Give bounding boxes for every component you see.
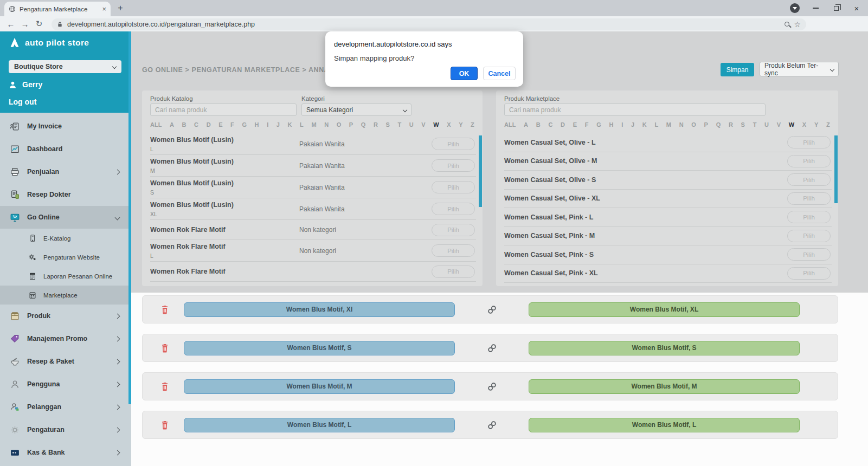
alphabet-filter-c[interactable]: C: [548, 121, 552, 128]
alphabet-filter-h[interactable]: H: [255, 121, 259, 128]
sidebar-item-pengguna[interactable]: Pengguna: [0, 373, 131, 396]
sync-filter-dropdown[interactable]: Produk Belum Ter-sync: [760, 62, 839, 76]
alphabet-filter-f[interactable]: F: [585, 121, 589, 128]
alphabet-filter-p[interactable]: P: [349, 121, 353, 128]
catalog-product-pill[interactable]: Women Blus Motif, L: [184, 418, 455, 432]
alphabet-filter-g[interactable]: G: [242, 121, 247, 128]
zoom-indicator-icon[interactable]: [785, 22, 789, 27]
alphabet-filter-all[interactable]: ALL: [504, 121, 516, 128]
category-select[interactable]: Semua Kategori: [301, 103, 412, 116]
sidebar-subitem-laporan-pesanan-online[interactable]: Laporan Pesanan Online: [0, 267, 131, 286]
alphabet-filter-k[interactable]: K: [288, 121, 292, 128]
alphabet-filter-w[interactable]: W: [789, 121, 794, 128]
bookmark-star-icon[interactable]: ☆: [794, 20, 801, 29]
alphabet-filter-t[interactable]: T: [753, 121, 757, 128]
alphabet-filter-h[interactable]: H: [609, 121, 613, 128]
alphabet-filter-u[interactable]: U: [764, 121, 769, 128]
alphabet-filter-w[interactable]: W: [433, 121, 439, 128]
alphabet-filter-e[interactable]: E: [218, 121, 222, 128]
alphabet-filter-all[interactable]: ALL: [150, 121, 162, 128]
pilih-button[interactable]: Pilih: [432, 266, 475, 278]
sidebar-item-kas-bank[interactable]: Kas & Bank: [0, 441, 131, 464]
pilih-button[interactable]: Pilih: [787, 230, 831, 242]
alphabet-filter-q[interactable]: Q: [361, 121, 366, 128]
sidebar-item-my-invoice[interactable]: My Invoice: [0, 115, 131, 138]
alphabet-filter-o[interactable]: O: [337, 121, 342, 128]
alphabet-filter-v[interactable]: V: [777, 121, 781, 128]
marketplace-list-scrollbar[interactable]: [834, 135, 838, 203]
delete-mapping-icon[interactable]: [160, 420, 169, 430]
pilih-button[interactable]: Pilih: [787, 173, 831, 186]
alphabet-filter-n[interactable]: N: [324, 121, 329, 128]
sidebar-subitem-marketplace[interactable]: Marketplace: [0, 286, 131, 305]
alphabet-filter-j[interactable]: J: [631, 121, 634, 128]
pilih-button[interactable]: Pilih: [787, 267, 831, 280]
catalog-product-pill[interactable]: Women Blus Motif, Xl: [184, 302, 455, 317]
alphabet-filter-v[interactable]: V: [421, 121, 425, 128]
alphabet-filter-x[interactable]: X: [447, 121, 451, 128]
alphabet-filter-m[interactable]: M: [311, 121, 316, 128]
pilih-button[interactable]: Pilih: [432, 244, 475, 257]
alphabet-filter-p[interactable]: P: [704, 121, 708, 128]
browser-profile-button[interactable]: [785, 0, 805, 16]
logout-link[interactable]: Log out: [9, 98, 36, 106]
sidebar-item-pengaturan[interactable]: Pengaturan: [0, 418, 131, 441]
alphabet-filter-j[interactable]: J: [277, 121, 280, 128]
window-minimize-button[interactable]: [806, 0, 825, 16]
alphabet-filter-i[interactable]: I: [621, 121, 623, 128]
alphabet-filter-r[interactable]: R: [729, 121, 733, 128]
pilih-button[interactable]: Pilih: [787, 155, 831, 167]
window-restore-button[interactable]: [826, 0, 846, 16]
alphabet-filter-d[interactable]: D: [561, 121, 565, 128]
alphabet-filter-s[interactable]: S: [741, 121, 745, 128]
sidebar-item-dashboard[interactable]: Dashboard: [0, 138, 131, 160]
pilih-button[interactable]: Pilih: [432, 138, 475, 150]
catalog-product-pill[interactable]: Women Blus Motif, S: [184, 341, 455, 355]
alphabet-filter-t[interactable]: T: [397, 121, 401, 128]
alphabet-filter-i[interactable]: I: [267, 121, 268, 128]
alphabet-filter-o[interactable]: O: [691, 121, 696, 128]
pilih-button[interactable]: Pilih: [787, 248, 831, 261]
delete-mapping-icon[interactable]: [160, 381, 169, 392]
alphabet-filter-n[interactable]: N: [679, 121, 684, 128]
alphabet-filter-d[interactable]: D: [207, 121, 211, 128]
alphabet-filter-y[interactable]: Y: [459, 121, 462, 128]
catalog-list-scrollbar[interactable]: [479, 135, 482, 207]
marketplace-product-pill[interactable]: Women Blus Motif, XL: [529, 302, 800, 317]
dialog-cancel-button[interactable]: Cancel: [483, 67, 516, 80]
alphabet-filter-u[interactable]: U: [409, 121, 414, 128]
save-button[interactable]: Simpan: [721, 63, 754, 76]
back-button[interactable]: ←: [4, 16, 17, 31]
alphabet-filter-z[interactable]: Z: [471, 121, 474, 128]
forward-button[interactable]: →: [18, 16, 31, 31]
catalog-search-input[interactable]: [150, 103, 297, 116]
sidebar-subitem-e-katalog[interactable]: E-Katalog: [0, 229, 131, 248]
sidebar-item-produk[interactable]: Produk: [0, 305, 131, 327]
pilih-button[interactable]: Pilih: [787, 192, 831, 205]
sidebar-item-pelanggan[interactable]: Pelanggan: [0, 396, 131, 418]
alphabet-filter-x[interactable]: X: [802, 121, 806, 128]
marketplace-product-pill[interactable]: Women Blus Motif, S: [529, 341, 800, 355]
alphabet-filter-f[interactable]: F: [230, 121, 234, 128]
window-close-button[interactable]: ×: [847, 0, 866, 16]
alphabet-filter-r[interactable]: R: [374, 121, 378, 128]
sidebar-subitem-pengaturan-website[interactable]: Pengaturan Website: [0, 248, 131, 267]
alphabet-filter-k[interactable]: K: [642, 121, 647, 128]
alphabet-filter-b[interactable]: B: [182, 121, 187, 128]
alphabet-filter-a[interactable]: A: [524, 121, 528, 128]
alphabet-filter-z[interactable]: Z: [826, 121, 830, 128]
marketplace-product-pill[interactable]: Women Blus Motif, M: [529, 379, 800, 394]
sidebar-item-resep-dokter[interactable]: Resep Dokter: [0, 183, 131, 206]
dialog-ok-button[interactable]: OK: [451, 67, 478, 80]
alphabet-filter-l[interactable]: L: [300, 121, 304, 128]
alphabet-filter-m[interactable]: M: [666, 121, 671, 128]
pilih-button[interactable]: Pilih: [787, 211, 831, 223]
alphabet-filter-g[interactable]: G: [596, 121, 601, 128]
alphabet-filter-e[interactable]: E: [573, 121, 577, 128]
sidebar-item-resep-paket[interactable]: Resep & Paket: [0, 350, 131, 373]
alphabet-filter-b[interactable]: B: [536, 121, 541, 128]
catalog-product-pill[interactable]: Women Blus Motif, M: [184, 379, 455, 394]
pilih-button[interactable]: Pilih: [432, 224, 475, 236]
reload-button[interactable]: ↻: [33, 16, 46, 31]
alphabet-filter-q[interactable]: Q: [716, 121, 721, 128]
